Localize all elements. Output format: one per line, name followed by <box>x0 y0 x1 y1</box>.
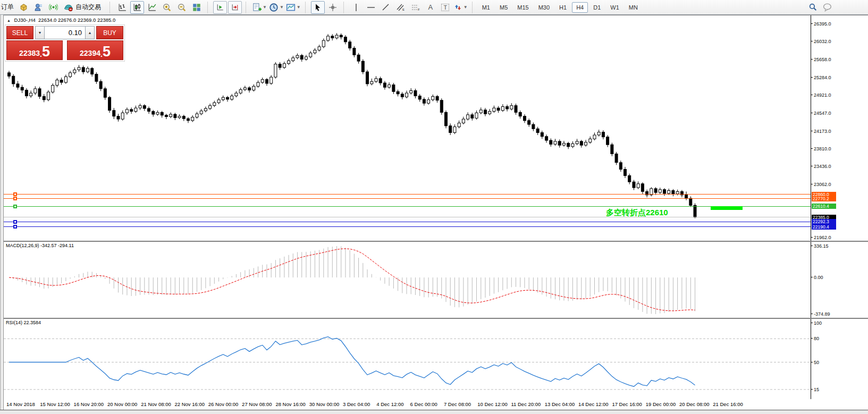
market-watch-icon[interactable] <box>16 1 30 14</box>
bid-price: 22383 <box>19 48 40 58</box>
date-axis-label: 22 Nov 16:00 <box>175 401 205 407</box>
collapse-icon[interactable]: ▲ <box>7 19 11 22</box>
new-order-button[interactable]: 订单 <box>0 3 16 12</box>
pivot-level-highlight[interactable] <box>711 206 743 210</box>
top-toolbar: 订单 自动交易 ▼ ▼ ▼ E F A T ▼ M1M5M15M30H1H4D1… <box>0 0 868 15</box>
line-handle[interactable] <box>13 205 17 208</box>
signal-icon[interactable] <box>46 1 60 14</box>
zoom-out-button[interactable] <box>175 1 189 14</box>
cursor-tool-button[interactable] <box>311 1 325 14</box>
chart-shift-button[interactable] <box>228 1 242 14</box>
equidistant-channel-tool[interactable]: E <box>394 1 408 14</box>
line-handle[interactable] <box>13 220 17 224</box>
timeframe-h1[interactable]: H1 <box>555 2 571 13</box>
date-axis-label: 6 Dec 00:00 <box>410 401 437 407</box>
line-chart-type-button[interactable] <box>145 1 159 14</box>
date-axis-label: 3 Dec 04:00 <box>343 401 370 407</box>
price-axis-tick: 24173.0 <box>814 129 831 134</box>
auto-scroll-button[interactable] <box>213 1 227 14</box>
buy-button[interactable]: BUY <box>96 26 123 39</box>
volume-increase-button[interactable]: ▲ <box>85 26 95 39</box>
autotrade-button[interactable]: 自动交易 <box>61 1 106 14</box>
date-axis-label: 20 Nov 00:00 <box>107 401 138 407</box>
timeframe-group: M1M5M15M30H1H4D1W1MN <box>477 2 643 13</box>
price-axis-tick: 26032.0 <box>814 39 831 44</box>
navigator-icon[interactable] <box>31 1 45 14</box>
horizontal-line-tool[interactable] <box>364 1 378 14</box>
candlestick-chart-type-button[interactable] <box>130 1 144 14</box>
timeframe-d1[interactable]: D1 <box>589 2 605 13</box>
status-bar <box>0 410 868 414</box>
date-axis-label: 13 Dec 04:00 <box>545 401 575 407</box>
text-label-tool[interactable]: T <box>439 1 452 14</box>
chat-icon[interactable] <box>821 1 835 14</box>
chart-title: ▲ DJ30-,H4 22634.0 22676.0 22369.0 22385… <box>7 17 115 23</box>
timeframe-m30[interactable]: M30 <box>534 2 554 13</box>
tile-windows-button[interactable] <box>190 1 204 14</box>
zoom-in-button[interactable] <box>160 1 174 14</box>
text-tool[interactable]: A <box>424 1 437 14</box>
pivot-annotation-text[interactable]: 多空转折点22610 <box>606 208 668 218</box>
bar-chart-type-button[interactable] <box>115 1 129 14</box>
macd-axis[interactable]: 336.150.00-374.89 <box>811 242 868 318</box>
vertical-line-tool[interactable] <box>349 1 363 14</box>
sell-button[interactable]: SELL <box>6 26 33 39</box>
macd-label: MACD(12,26,9) -342.57 -294.11 <box>6 243 74 248</box>
timeframe-mn[interactable]: MN <box>625 2 642 13</box>
arrows-tool[interactable]: ▼ <box>453 1 468 14</box>
main-chart-window: ▲ DJ30-,H4 22634.0 22676.0 22369.0 22385… <box>4 15 868 241</box>
toolbar-separator <box>343 2 347 13</box>
date-axis-label: 17 Dec 16:00 <box>612 401 642 407</box>
date-axis-label: 14 Dec 12:00 <box>578 401 609 407</box>
timeframe-h4[interactable]: H4 <box>572 2 588 13</box>
date-axis[interactable]: 14 Nov 201815 Nov 12:0016 Nov 20:0020 No… <box>4 399 868 410</box>
template-button[interactable]: ▼ <box>285 1 301 14</box>
price-axis-tick: 24921.0 <box>814 92 831 98</box>
main-chart-plot[interactable]: ▲ DJ30-,H4 22634.0 22676.0 22369.0 22385… <box>4 15 811 241</box>
bid-quote-button[interactable]: 22383.5 <box>6 40 63 60</box>
price-axis-tick: 23436.0 <box>814 164 831 169</box>
date-axis-label: 27 Nov 08:00 <box>242 401 272 407</box>
date-axis-label: 14 Nov 2018 <box>6 401 35 407</box>
horizontal-line-22385[interactable] <box>4 217 811 217</box>
periods-clock-button[interactable]: ▼ <box>268 1 284 14</box>
line-handle[interactable] <box>13 197 17 200</box>
rsi-axis-tick: 100 <box>814 320 822 326</box>
macd-axis-tick: 0.00 <box>814 275 823 280</box>
window-left-frame <box>0 15 4 410</box>
add-indicator-button[interactable]: ▼ <box>251 1 267 14</box>
price-line-label: 22610.4 <box>812 204 836 209</box>
rsi-label: RSI(14) 22.3584 <box>6 320 41 325</box>
crosshair-tool-button[interactable] <box>326 1 340 14</box>
timeframe-w1[interactable]: W1 <box>606 2 623 13</box>
line-handle[interactable] <box>13 225 17 229</box>
volume-decrease-button[interactable]: ▼ <box>35 26 45 39</box>
date-axis-label: 30 Nov 00:00 <box>309 401 340 407</box>
rsi-plot[interactable]: RSI(14) 22.3584 <box>4 319 811 399</box>
trendline-tool[interactable] <box>379 1 393 14</box>
search-icon[interactable] <box>806 1 820 14</box>
price-axis[interactable]: 26395.026032.025658.025284.024921.024547… <box>811 15 868 241</box>
volume-stepper: ▼ 0.10 ▲ <box>35 26 95 39</box>
fibonacci-tool[interactable]: F <box>409 1 423 14</box>
rsi-axis-tick: 50 <box>814 360 819 365</box>
horizontal-line-22860[interactable] <box>4 194 811 195</box>
horizontal-line-22190.4[interactable] <box>4 226 811 227</box>
toolbar-separator <box>472 2 475 13</box>
horizontal-line-22610.4[interactable] <box>4 206 811 207</box>
ohlc-values: 22634.0 22676.0 22369.0 22385.0 <box>38 17 115 23</box>
rsi-window: RSI(14) 22.3584 1008050150 <box>4 318 868 399</box>
rsi-axis[interactable]: 1008050150 <box>811 319 868 399</box>
volume-input[interactable]: 0.10 <box>45 26 85 39</box>
horizontal-line-22770.2[interactable] <box>4 198 811 199</box>
line-handle[interactable] <box>13 192 17 196</box>
timeframe-m15[interactable]: M15 <box>513 2 533 13</box>
rsi-axis-tick: 15 <box>814 387 819 392</box>
horizontal-line-22292.3[interactable] <box>4 222 811 222</box>
date-axis-label: 7 Dec 08:00 <box>444 401 471 407</box>
price-axis-tick: 25284.0 <box>814 75 831 80</box>
macd-plot[interactable]: MACD(12,26,9) -342.57 -294.11 <box>4 242 811 318</box>
timeframe-m1[interactable]: M1 <box>478 2 494 13</box>
timeframe-m5[interactable]: M5 <box>495 2 512 13</box>
ask-quote-button[interactable]: 22394.5 <box>67 40 123 60</box>
